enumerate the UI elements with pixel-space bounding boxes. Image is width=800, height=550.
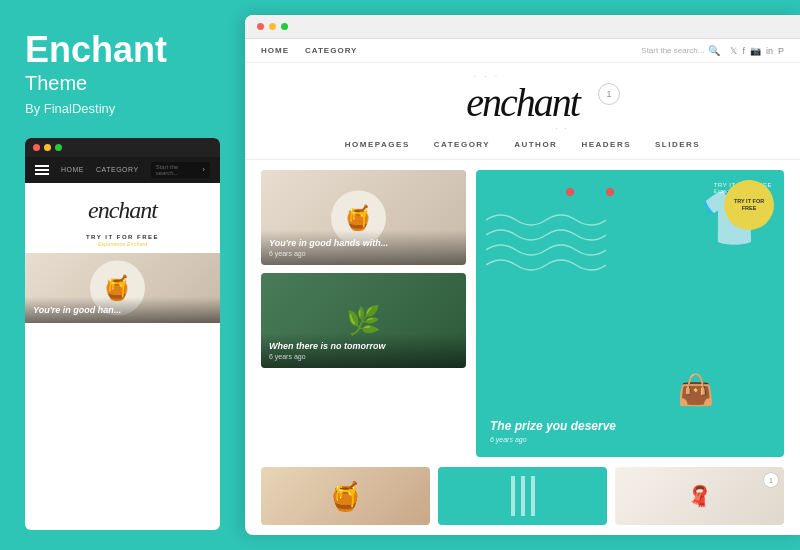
post-title-plant: When there is no tomorrow bbox=[269, 341, 458, 351]
second-nav-category[interactable]: CATEGORY bbox=[434, 140, 490, 149]
featured-badge: TRY IT FOR FREE bbox=[724, 180, 774, 230]
post-overlay-plant: When there is no tomorrow 6 years ago bbox=[261, 333, 466, 368]
hero-logo: enchant · · · · · 1 bbox=[245, 63, 800, 134]
second-nav-homepages[interactable]: HOMEPAGES bbox=[345, 140, 410, 149]
bottom-card-2[interactable] bbox=[438, 467, 607, 525]
bottom-card-1[interactable]: 🍯 bbox=[261, 467, 430, 525]
featured-title: The prize you deserve bbox=[490, 419, 616, 433]
big-card-content: The prize you deserve 6 years ago bbox=[490, 419, 616, 443]
search-arrow-icon: › bbox=[202, 165, 205, 174]
card-nav: HOME CATEGORY Start the search... › bbox=[25, 157, 220, 183]
featured-card[interactable]: 👕 👜 TRY IT FOR FREE Experience Enchant T… bbox=[476, 170, 784, 457]
dot-yellow bbox=[44, 144, 51, 151]
site-nav-links: HOME CATEGORY bbox=[261, 46, 357, 55]
featured-date: 6 years ago bbox=[490, 436, 616, 443]
bottom-card-1-icon: 🍯 bbox=[328, 480, 363, 513]
social-icons: 𝕏 f 📷 in P bbox=[730, 46, 784, 56]
mini-post-overlay: You're in good han... bbox=[25, 297, 220, 323]
search-label: Start the search... bbox=[641, 46, 704, 55]
post-title-food: You're in good hands with... bbox=[269, 238, 458, 248]
post-card-food[interactable]: 🍯 You're in good hands with... 6 years a… bbox=[261, 170, 466, 265]
card-logo-area: enchant bbox=[25, 183, 220, 232]
dot-red bbox=[33, 144, 40, 151]
card-cta-sub: Experience Enchant bbox=[25, 241, 220, 247]
wavy-svg bbox=[486, 200, 606, 300]
bottom-card-3-badge: 1 bbox=[763, 472, 779, 488]
instagram-icon[interactable]: 📷 bbox=[750, 46, 761, 56]
mini-post-image: 🍯 You're in good han... bbox=[25, 253, 220, 323]
nav-link-home[interactable]: HOME bbox=[261, 46, 289, 55]
linkedin-icon[interactable]: in bbox=[766, 46, 773, 56]
content-area: 🍯 You're in good hands with... 6 years a… bbox=[245, 160, 800, 467]
card-logo-text: enchant bbox=[35, 197, 210, 224]
site-top-nav: HOME CATEGORY Start the search... 🔍 𝕏 f … bbox=[245, 39, 800, 63]
post-card-plant[interactable]: 🌿 When there is no tomorrow 6 years ago bbox=[261, 273, 466, 368]
post-date-food: 6 years ago bbox=[269, 250, 458, 257]
teal-bar-2 bbox=[521, 476, 525, 516]
pin-dot-2 bbox=[606, 188, 614, 196]
left-col: 🍯 You're in good hands with... 6 years a… bbox=[261, 170, 466, 457]
pin-dot-1 bbox=[566, 188, 574, 196]
pinterest-icon[interactable]: P bbox=[778, 46, 784, 56]
facebook-icon[interactable]: f bbox=[742, 46, 745, 56]
dot-green bbox=[55, 144, 62, 151]
mini-post-title: You're in good han... bbox=[33, 305, 212, 315]
nav-link-category[interactable]: CATEGORY bbox=[305, 46, 357, 55]
hero-badge-count: 1 bbox=[606, 89, 611, 99]
bag-icon: 👜 bbox=[677, 372, 714, 407]
search-area[interactable]: Start the search... 🔍 bbox=[641, 45, 720, 56]
right-panel: HOME CATEGORY Start the search... 🔍 𝕏 f … bbox=[245, 15, 800, 535]
site-second-nav: HOMEPAGES CATEGORY AUTHOR HEADERS SLIDER… bbox=[245, 134, 800, 160]
post-date-plant: 6 years ago bbox=[269, 353, 458, 360]
card-nav-category[interactable]: CATEGORY bbox=[96, 166, 139, 173]
bottom-card-3[interactable]: 🧣 1 bbox=[615, 467, 784, 525]
card-cta: TRY IT FOR FREE Experience Enchant bbox=[25, 234, 220, 247]
brand-author: By FinalDestiny bbox=[25, 101, 220, 116]
card-nav-search[interactable]: Start the search... › bbox=[151, 162, 210, 178]
browser-dot-red bbox=[257, 23, 264, 30]
post-image-food: 🍯 You're in good hands with... 6 years a… bbox=[261, 170, 466, 265]
bottom-row: 🍯 🧣 1 bbox=[245, 467, 800, 535]
bottom-card-3-icon: 🧣 bbox=[687, 484, 712, 508]
site-nav-right: Start the search... 🔍 𝕏 f 📷 in P bbox=[641, 45, 784, 56]
browser-dot-green bbox=[281, 23, 288, 30]
left-panel: Enchant Theme By FinalDestiny HOME CATEG… bbox=[0, 0, 245, 550]
brand-subtitle: Theme bbox=[25, 72, 220, 95]
search-icon[interactable]: 🔍 bbox=[708, 45, 720, 56]
hero-logo-text: enchant · · · · · bbox=[466, 79, 579, 126]
card-nav-home[interactable]: HOME bbox=[61, 166, 84, 173]
card-topbar bbox=[25, 138, 220, 157]
twitter-icon[interactable]: 𝕏 bbox=[730, 46, 737, 56]
post-image-plant: 🌿 When there is no tomorrow 6 years ago bbox=[261, 273, 466, 368]
badge-text: TRY IT FOR FREE bbox=[734, 198, 764, 212]
browser-dot-yellow bbox=[269, 23, 276, 30]
teal-bar-1 bbox=[511, 476, 515, 516]
post-overlay-food: You're in good hands with... 6 years ago bbox=[261, 230, 466, 265]
second-nav-author[interactable]: AUTHOR bbox=[514, 140, 557, 149]
second-nav-headers[interactable]: HEADERS bbox=[581, 140, 631, 149]
hero-badge: 1 bbox=[598, 83, 620, 105]
second-nav-sliders[interactable]: SLIDERS bbox=[655, 140, 700, 149]
browser-chrome bbox=[245, 15, 800, 39]
search-placeholder-mini: Start the search... bbox=[156, 164, 200, 176]
brand-title: Enchant bbox=[25, 30, 220, 70]
mini-preview-card: HOME CATEGORY Start the search... › ench… bbox=[25, 138, 220, 530]
card-cta-main: TRY IT FOR FREE bbox=[25, 234, 220, 240]
big-card-inner: 👕 👜 TRY IT FOR FREE Experience Enchant T… bbox=[476, 170, 784, 457]
hamburger-icon[interactable] bbox=[35, 165, 49, 175]
teal-bar-3 bbox=[531, 476, 535, 516]
